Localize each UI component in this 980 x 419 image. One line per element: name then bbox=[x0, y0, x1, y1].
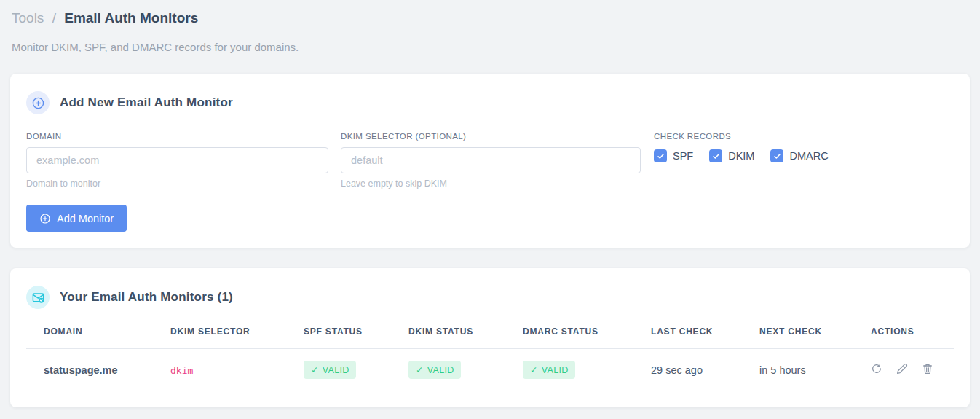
checked-checkbox-icon[interactable] bbox=[709, 149, 722, 162]
plus-circle-icon bbox=[39, 213, 51, 224]
column-header-next-check: NEXT CHECK bbox=[759, 326, 871, 349]
check-icon: ✓ bbox=[530, 364, 538, 375]
domain-field-group: DOMAIN Domain to monitor bbox=[26, 132, 328, 189]
dmarc-status-text: VALID bbox=[542, 365, 569, 375]
check-records-group: CHECK RECORDS SPF DKIM bbox=[653, 132, 954, 162]
checked-checkbox-icon[interactable] bbox=[770, 149, 783, 162]
checkbox-spf[interactable]: SPF bbox=[654, 149, 693, 162]
monitors-table: DOMAIN DKIM SELECTOR SPF STATUS DKIM STA… bbox=[26, 326, 954, 391]
checkbox-dkim-label: DKIM bbox=[728, 150, 754, 162]
monitors-list-title: Your Email Auth Monitors (1) bbox=[60, 290, 233, 305]
checkbox-dkim[interactable]: DKIM bbox=[709, 149, 754, 162]
dkim-status-text: VALID bbox=[427, 365, 454, 375]
column-header-spf-status: SPF STATUS bbox=[304, 326, 408, 349]
domain-input[interactable] bbox=[26, 147, 328, 173]
check-records-options: SPF DKIM DMARC bbox=[654, 149, 954, 162]
monitor-dkim-selector: dkim bbox=[170, 365, 193, 376]
check-records-label: CHECK RECORDS bbox=[654, 132, 954, 141]
checkbox-dmarc-label: DMARC bbox=[789, 150, 828, 162]
email-check-icon bbox=[26, 286, 50, 309]
dkim-selector-helper-text: Leave empty to skip DKIM bbox=[341, 179, 641, 189]
check-icon: ✓ bbox=[311, 364, 319, 375]
refresh-icon bbox=[871, 363, 882, 375]
monitor-row: statuspage.me dkim ✓ VALID ✓ VALID bbox=[26, 349, 954, 391]
refresh-monitor-button[interactable] bbox=[871, 363, 882, 375]
add-monitor-title: Add New Email Auth Monitor bbox=[60, 95, 233, 110]
checkbox-dmarc[interactable]: DMARC bbox=[770, 149, 828, 162]
monitor-domain: statuspage.me bbox=[26, 349, 170, 391]
checkbox-spf-label: SPF bbox=[673, 150, 693, 162]
column-header-dkim-status: DKIM STATUS bbox=[408, 326, 523, 349]
monitor-last-check: 29 sec ago bbox=[651, 349, 759, 391]
domain-helper-text: Domain to monitor bbox=[26, 179, 328, 189]
domain-label: DOMAIN bbox=[26, 132, 328, 141]
plus-circle-icon bbox=[26, 91, 50, 114]
spf-status-badge: ✓ VALID bbox=[304, 361, 356, 379]
add-monitor-button-label: Add Monitor bbox=[57, 213, 114, 224]
column-header-dmarc-status: DMARC STATUS bbox=[523, 326, 651, 349]
edit-monitor-button[interactable] bbox=[896, 363, 908, 375]
add-monitor-button[interactable]: Add Monitor bbox=[26, 205, 127, 232]
add-monitor-card-header: Add New Email Auth Monitor bbox=[26, 91, 954, 114]
page-title: Email Auth Monitors bbox=[64, 10, 198, 26]
trash-icon bbox=[922, 363, 933, 375]
monitors-list-card: Your Email Auth Monitors (1) DOMAIN DKIM… bbox=[10, 268, 970, 407]
table-header-row: DOMAIN DKIM SELECTOR SPF STATUS DKIM STA… bbox=[26, 326, 954, 349]
breadcrumb-separator: / bbox=[52, 10, 56, 26]
check-icon: ✓ bbox=[416, 364, 424, 375]
add-monitor-form: DOMAIN Domain to monitor DKIM SELECTOR (… bbox=[26, 132, 954, 189]
column-header-domain: DOMAIN bbox=[26, 326, 170, 349]
breadcrumb-tools-link[interactable]: Tools bbox=[12, 10, 44, 26]
pencil-icon bbox=[896, 363, 908, 375]
dkim-selector-label: DKIM SELECTOR (OPTIONAL) bbox=[341, 132, 641, 141]
add-monitor-card: Add New Email Auth Monitor DOMAIN Domain… bbox=[10, 74, 970, 248]
dmarc-status-badge: ✓ VALID bbox=[523, 361, 575, 379]
email-auth-monitors-page: Tools / Email Auth Monitors Monitor DKIM… bbox=[0, 0, 980, 419]
checked-checkbox-icon[interactable] bbox=[654, 149, 667, 162]
dkim-selector-field-group: DKIM SELECTOR (OPTIONAL) Leave empty to … bbox=[341, 132, 641, 189]
monitor-next-check: in 5 hours bbox=[759, 349, 871, 391]
monitors-list-card-header: Your Email Auth Monitors (1) bbox=[26, 286, 954, 309]
column-header-dkim-selector: DKIM SELECTOR bbox=[170, 326, 304, 349]
breadcrumb: Tools / Email Auth Monitors bbox=[10, 7, 970, 28]
dkim-status-badge: ✓ VALID bbox=[408, 361, 461, 379]
spf-status-text: VALID bbox=[323, 365, 349, 375]
dkim-selector-input[interactable] bbox=[341, 147, 641, 173]
column-header-actions: ACTIONS bbox=[871, 326, 954, 349]
page-subtitle: Monitor DKIM, SPF, and DMARC records for… bbox=[12, 41, 970, 53]
column-header-last-check: LAST CHECK bbox=[651, 326, 759, 349]
delete-monitor-button[interactable] bbox=[922, 363, 933, 375]
